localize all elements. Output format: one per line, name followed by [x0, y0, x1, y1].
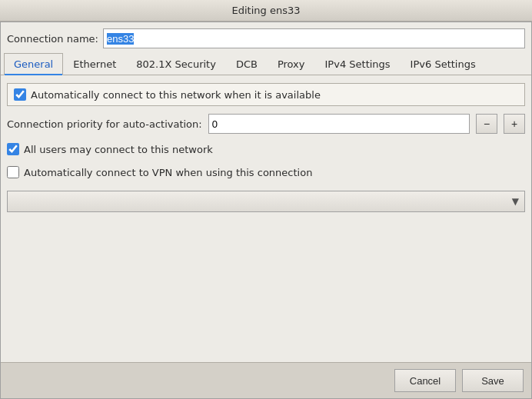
tab-ipv6-settings[interactable]: IPv6 Settings [401, 53, 486, 75]
auto-connect-row: Automatically connect to this network wh… [7, 83, 525, 106]
auto-vpn-label: Automatically connect to VPN when using … [24, 167, 312, 178]
tab-8021x-security[interactable]: 802.1X Security [126, 53, 226, 75]
tab-general[interactable]: General [4, 53, 63, 75]
connection-name-input[interactable] [103, 28, 525, 48]
all-users-row: All users may connect to this network [7, 141, 525, 157]
connection-name-row: Connection name: [1, 22, 531, 53]
priority-label: Connection priority for auto-activation: [7, 118, 202, 130]
priority-row: Connection priority for auto-activation:… [7, 114, 525, 134]
title-bar: Editing ens33 [0, 0, 532, 22]
auto-vpn-checkbox[interactable] [7, 166, 19, 178]
main-content: Automatically connect to this network wh… [1, 75, 531, 362]
window-title: Editing ens33 [232, 5, 301, 16]
cancel-button[interactable]: Cancel [394, 369, 456, 392]
content-spacer [7, 220, 525, 354]
dialog: Connection name: General Ethernet 802.1X… [0, 22, 532, 399]
vpn-dropdown-wrapper: ▼ [7, 191, 525, 212]
button-bar: Cancel Save [1, 362, 531, 398]
connection-name-label: Connection name: [7, 33, 98, 45]
auto-connect-label: Automatically connect to this network wh… [31, 89, 321, 101]
all-users-checkbox[interactable] [7, 143, 19, 155]
auto-vpn-row: Automatically connect to VPN when using … [7, 165, 525, 180]
priority-decrement-button[interactable]: − [476, 114, 497, 134]
vpn-dropdown[interactable] [7, 191, 525, 212]
priority-input[interactable] [208, 114, 470, 134]
save-button[interactable]: Save [462, 369, 524, 392]
tabs-bar: General Ethernet 802.1X Security DCB Pro… [1, 53, 531, 75]
priority-increment-button[interactable]: + [504, 114, 525, 134]
all-users-label: All users may connect to this network [24, 144, 213, 155]
tab-dcb[interactable]: DCB [226, 53, 268, 75]
tab-ipv4-settings[interactable]: IPv4 Settings [315, 53, 401, 75]
tab-proxy[interactable]: Proxy [268, 53, 315, 75]
auto-connect-checkbox[interactable] [14, 88, 26, 101]
tab-ethernet[interactable]: Ethernet [63, 53, 126, 75]
